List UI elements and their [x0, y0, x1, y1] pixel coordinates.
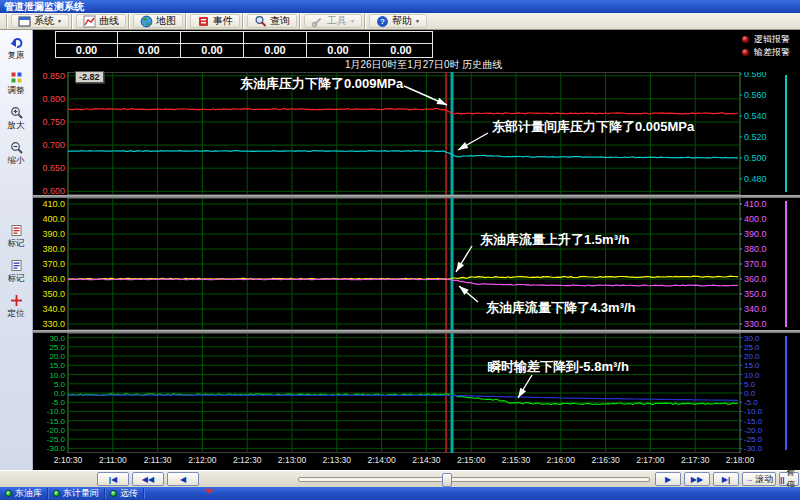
y-axis-tick-right: 340.0: [744, 304, 767, 314]
tools-icon: [311, 15, 324, 28]
y-axis-tick-right: -25.0: [744, 435, 763, 444]
undo-icon: [10, 36, 23, 49]
y-axis-tick-right: -5.0: [744, 398, 758, 407]
y-axis-tick-right: 15.0: [744, 361, 760, 370]
timeline-slider[interactable]: [298, 477, 650, 482]
menu-map[interactable]: 地图: [133, 14, 183, 28]
y-axis-tick-right: -30.0: [744, 444, 763, 453]
history-period-label: 1月26日0时至1月27日0时 历史曲线: [345, 58, 502, 72]
alarm-panel: 逻辑报警 输差报警: [741, 33, 790, 59]
rewind-button[interactable]: ◀◀: [132, 472, 164, 486]
menu-help[interactable]: ? 帮助▼: [369, 14, 427, 28]
chevron-down-icon: ▼: [350, 18, 355, 24]
readout-panel: 东油库压力0.00 东计量间压力0.00 东油库流量0.00 东计量间流量0.0…: [55, 31, 433, 58]
y-axis-tick-left: 390.0: [42, 229, 65, 239]
scroll-arrow-icon: →: [745, 475, 753, 484]
y-axis-tick-left: 0.700: [42, 140, 65, 150]
menu-query[interactable]: 查询: [247, 14, 297, 28]
status-icon: [204, 489, 214, 499]
statusbar: 东油库 东计量间 远传: [0, 487, 800, 500]
pause-icon: ||: [780, 475, 784, 484]
event-icon: [197, 15, 210, 28]
y-axis-tick-left: 0.650: [42, 163, 65, 173]
adjust-icon: [10, 71, 23, 84]
map-icon: [140, 15, 153, 28]
y-axis-tick-right: 0.560: [744, 90, 767, 100]
y-axis-tick-right: 350.0: [744, 289, 767, 299]
scroll-button[interactable]: →滚动: [742, 472, 776, 486]
y-axis-tick-left: -15.0: [47, 417, 66, 426]
curve-icon: [83, 15, 96, 28]
y-axis-tick-left: 400.0: [42, 214, 65, 224]
query-icon: [254, 15, 267, 28]
y-axis-tick-left: -5.0: [51, 398, 65, 407]
y-axis-tick-left: -10.0: [47, 407, 66, 416]
alarm-led-icon: [741, 48, 750, 57]
step-first-button[interactable]: |◀: [97, 472, 129, 486]
locate-button[interactable]: 定位: [1, 294, 31, 320]
x-axis-label: 2:13:00: [278, 455, 306, 465]
y-axis-tick-right: 370.0: [744, 259, 767, 269]
y-axis-tick-right: 410.0: [744, 199, 767, 209]
menu-curve[interactable]: 曲线: [76, 14, 126, 28]
restore-button[interactable]: 复原: [1, 36, 31, 62]
y-axis-tick-right: 360.0: [744, 274, 767, 284]
chart-annotation: 东油库压力下降了0.009MPa: [239, 76, 404, 91]
y-axis-tick-left: 30.0: [49, 334, 65, 343]
readout-cell: 东油库流量0.00: [181, 31, 244, 58]
readout-cell: 2小时输差0.00: [370, 31, 433, 58]
x-axis-label: 2:10:30: [54, 455, 82, 465]
chart-annotation: 东油库流量上升了1.5m³/h: [479, 232, 630, 247]
cursor-value-tooltip: -2.82: [75, 71, 104, 83]
transport-bar: |◀ ◀◀ ◀ ▶ ▶▶ ▶| →滚动 ||暂停: [0, 470, 800, 487]
x-axis-label: 2:16:30: [591, 455, 619, 465]
flow-panel[interactable]: 410.0400.0390.0380.0370.0360.0350.0340.0…: [33, 198, 800, 330]
zoom-in-button[interactable]: 放大: [1, 106, 31, 132]
x-axis-label: 2:13:30: [323, 455, 351, 465]
menu-event[interactable]: 事件: [190, 14, 240, 28]
x-axis-label: 2:14:00: [367, 455, 395, 465]
y-axis-tick-right: 10.0: [744, 371, 760, 380]
online-led-icon: [5, 490, 12, 497]
x-axis-label: 2:17:30: [681, 455, 709, 465]
y-axis-tick-left: 5.0: [54, 380, 66, 389]
mark-blue-button[interactable]: 标记: [1, 259, 31, 285]
y-axis-tick-left: 380.0: [42, 244, 65, 254]
x-axis-label: 2:14:30: [412, 455, 440, 465]
mark-red-icon: [10, 224, 23, 237]
x-axis-label: 2:12:30: [233, 455, 261, 465]
menu-tools[interactable]: 工具▼: [304, 14, 362, 28]
adjust-button[interactable]: 调整: [1, 71, 31, 97]
y-axis-tick-right: 5.0: [744, 380, 756, 389]
readout-cell: 东油库压力0.00: [55, 31, 118, 58]
mark-blue-icon: [10, 259, 23, 272]
step-last-button[interactable]: ▶|: [713, 472, 739, 486]
slider-thumb[interactable]: [442, 473, 452, 487]
y-axis-tick-right: 0.500: [744, 153, 767, 163]
pause-button[interactable]: ||暂停: [779, 472, 799, 486]
step-back-button[interactable]: ◀: [167, 472, 199, 486]
locate-icon: [10, 294, 23, 307]
y-axis-tick-left: 0.800: [42, 94, 65, 104]
step-forward-button[interactable]: ▶: [655, 472, 681, 486]
y-axis-tick-left: 0.850: [42, 72, 65, 81]
y-axis-tick-right: 30.0: [744, 334, 760, 343]
system-icon: [18, 15, 31, 28]
window-title: 管道泄漏监测系统: [0, 0, 800, 13]
differential-panel[interactable]: 30.025.020.015.010.05.00.0-5.0-10.0-15.0…: [33, 333, 800, 453]
fast-forward-button[interactable]: ▶▶: [684, 472, 710, 486]
x-axis-label: 2:15:30: [502, 455, 530, 465]
y-axis-tick-right: -10.0: [744, 407, 763, 416]
y-axis-tick-left: 340.0: [42, 304, 65, 314]
y-axis-tick-left: 360.0: [42, 274, 65, 284]
status-remote: 远传: [105, 488, 144, 499]
y-axis-tick-left: 10.0: [49, 371, 65, 380]
y-axis-tick-right: 0.480: [744, 174, 767, 184]
zoom-out-icon: [10, 141, 23, 154]
chart-annotation: 瞬时输差下降到-5.8m³/h: [487, 359, 629, 374]
mark-red-button[interactable]: 标记: [1, 224, 31, 250]
menu-system[interactable]: 系统▼: [11, 14, 69, 28]
chart-area[interactable]: 0.8500.8000.7500.7000.6500.6000.5800.560…: [33, 72, 800, 470]
pressure-panel[interactable]: 0.8500.8000.7500.7000.6500.6000.5800.560…: [33, 72, 800, 195]
zoom-out-button[interactable]: 缩小: [1, 141, 31, 167]
